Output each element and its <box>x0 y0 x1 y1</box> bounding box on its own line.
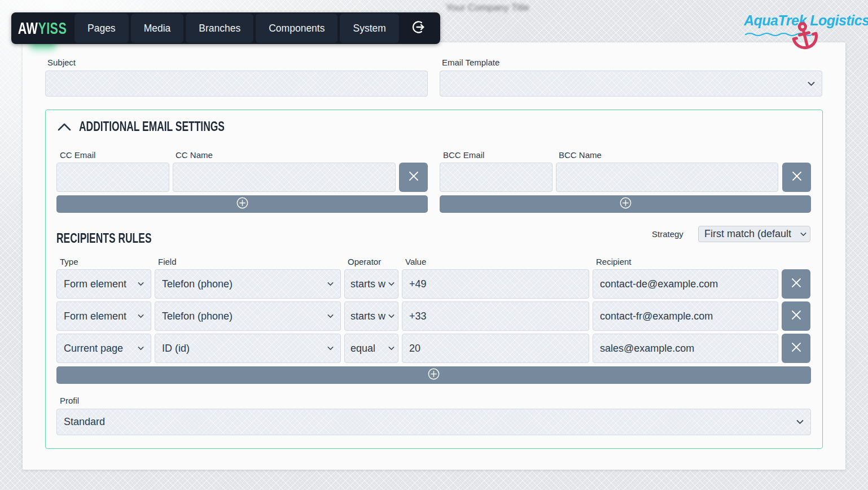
add-rule-button[interactable] <box>56 366 811 384</box>
nav-item-components[interactable]: Components <box>256 14 337 43</box>
profil-value: Standard <box>64 416 105 428</box>
rule-recipient-input[interactable]: contact-de@example.com <box>593 269 778 299</box>
rule-row: Form element Telefon (phone) starts w +4… <box>56 269 811 299</box>
col-operator-label: Operator <box>348 257 381 266</box>
add-cc-button[interactable] <box>56 195 428 213</box>
rule-recipient-text: sales@example.com <box>600 343 694 355</box>
remove-rule-button[interactable] <box>782 269 810 299</box>
rule-operator-select[interactable]: starts w <box>344 301 398 331</box>
nav-item-label: Pages <box>87 23 116 34</box>
bcc-email-input[interactable] <box>440 163 553 192</box>
rule-type-value: Current page <box>64 343 123 355</box>
rule-value-text: +49 <box>409 278 427 290</box>
rule-row: Form element Telefon (phone) starts w +3… <box>56 301 811 331</box>
recipients-rules-title: RECIPIENTS RULES <box>56 231 171 245</box>
top-navbar: AWYISS Pages Media Branches Components S… <box>11 12 440 44</box>
nav-item-pages[interactable]: Pages <box>74 14 129 43</box>
nav-item-label: Components <box>269 23 325 34</box>
rule-row: Current page ID (id) equal 20 sales@exam… <box>56 334 811 363</box>
rule-recipient-text: contact-fr@example.com <box>600 310 713 322</box>
plus-circle-icon <box>619 196 632 212</box>
logout-button[interactable] <box>407 17 430 40</box>
nav-item-system[interactable]: System <box>340 14 398 43</box>
rule-value-text: +33 <box>409 310 427 322</box>
app-logo[interactable]: AWYISS <box>11 20 73 37</box>
chevron-down-icon <box>388 346 394 351</box>
cc-email-label: CC Email <box>60 150 95 160</box>
remove-rule-button[interactable] <box>782 301 810 331</box>
close-icon <box>791 170 803 185</box>
close-icon <box>790 341 803 356</box>
cc-name-label: CC Name <box>176 150 213 160</box>
bcc-email-label: BCC Email <box>443 150 484 160</box>
subject-input[interactable] <box>45 71 428 97</box>
bcc-name-label: BCC Name <box>559 150 602 160</box>
chevron-down-icon <box>327 314 334 318</box>
chevron-down-icon <box>808 81 815 86</box>
logout-icon <box>411 19 427 37</box>
collapse-panel-button[interactable] <box>58 123 71 134</box>
brand-aw: AW <box>18 19 38 37</box>
rule-operator-value: equal <box>350 343 375 355</box>
rule-recipient-text: contact-de@example.com <box>600 278 718 290</box>
close-icon <box>407 170 420 185</box>
rule-value-text: 20 <box>409 343 420 355</box>
rule-recipient-input[interactable]: sales@example.com <box>593 334 778 363</box>
profil-select[interactable]: Standard <box>56 409 811 435</box>
cc-name-input[interactable] <box>173 163 396 192</box>
profil-label: Profil <box>60 396 79 405</box>
nav-item-media[interactable]: Media <box>131 14 184 43</box>
close-icon <box>790 277 803 291</box>
rule-operator-value: starts w <box>350 278 385 290</box>
rule-field-value: ID (id) <box>162 343 190 355</box>
chevron-down-icon <box>327 282 334 286</box>
chevron-down-icon <box>800 232 806 237</box>
add-bcc-button[interactable] <box>440 195 811 213</box>
rule-field-select[interactable]: ID (id) <box>155 334 341 363</box>
strategy-select[interactable]: First match (default <box>698 226 810 242</box>
bcc-name-input[interactable] <box>556 163 778 192</box>
nav-item-label: Media <box>144 23 171 34</box>
company-title-blurred: Your Company Title <box>446 2 529 14</box>
chevron-down-icon <box>388 314 394 318</box>
rule-type-value: Form element <box>64 278 126 290</box>
nav-item-label: System <box>353 23 385 34</box>
rule-type-value: Form element <box>64 310 126 322</box>
rule-value-input[interactable]: +49 <box>402 269 589 299</box>
email-template-select[interactable] <box>440 71 822 97</box>
close-icon <box>790 309 803 323</box>
col-value-label: Value <box>405 257 426 266</box>
page-background: Your Company Title AWYISS Pages Media Br… <box>0 0 868 490</box>
chevron-down-icon <box>327 346 334 351</box>
cc-email-input[interactable] <box>56 163 169 192</box>
rule-field-select[interactable]: Telefon (phone) <box>155 269 341 299</box>
rule-type-select[interactable]: Form element <box>56 301 151 331</box>
email-template-label: Email Template <box>442 58 499 67</box>
col-field-label: Field <box>158 257 177 266</box>
rule-type-select[interactable]: Form element <box>56 269 151 299</box>
rule-recipient-input[interactable]: contact-fr@example.com <box>593 301 778 331</box>
remove-cc-button[interactable] <box>399 163 428 192</box>
nav-item-label: Branches <box>199 23 240 34</box>
col-type-label: Type <box>60 257 78 266</box>
rule-value-input[interactable]: +33 <box>402 301 589 331</box>
rule-operator-value: starts w <box>350 310 385 322</box>
subject-label: Subject <box>47 58 76 67</box>
rule-value-input[interactable]: 20 <box>402 334 589 363</box>
brand-yiss: YISS <box>38 19 67 37</box>
chevron-down-icon <box>138 346 144 351</box>
plus-circle-icon <box>427 368 440 383</box>
remove-rule-button[interactable] <box>782 334 810 363</box>
rule-field-value: Telefon (phone) <box>162 278 233 290</box>
rule-field-select[interactable]: Telefon (phone) <box>155 301 341 331</box>
remove-bcc-button[interactable] <box>782 163 811 192</box>
chevron-down-icon <box>388 282 394 286</box>
chevron-down-icon <box>138 314 144 318</box>
strategy-value: First match (default <box>704 228 791 240</box>
plus-circle-icon <box>236 196 249 212</box>
rule-type-select[interactable]: Current page <box>56 334 151 363</box>
rule-operator-select[interactable]: equal <box>344 334 398 363</box>
rule-operator-select[interactable]: starts w <box>344 269 398 299</box>
nav-item-branches[interactable]: Branches <box>186 14 253 43</box>
chevron-down-icon <box>138 282 144 286</box>
